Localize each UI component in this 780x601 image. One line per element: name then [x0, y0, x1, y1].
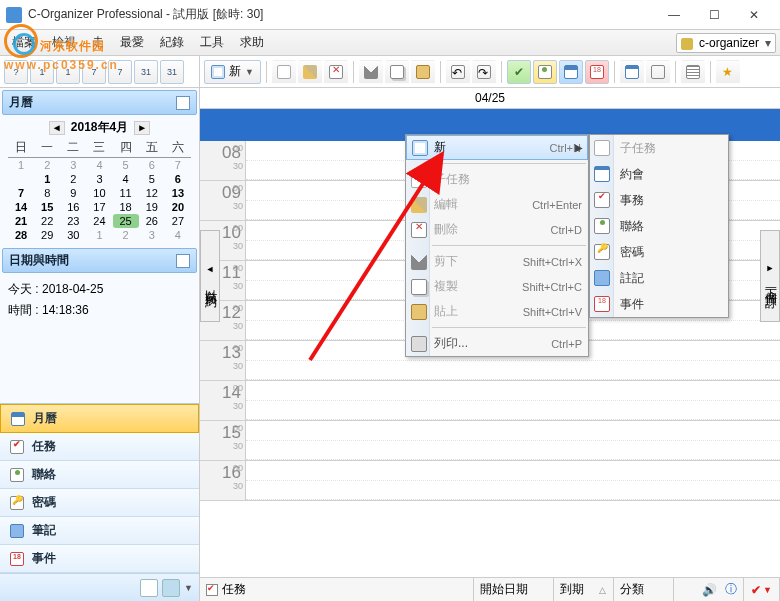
view-mode-1[interactable]: 1	[30, 60, 54, 84]
prev-month-button[interactable]: ◄	[49, 121, 65, 135]
view-mode-0[interactable]: ?	[4, 60, 28, 84]
ctx-item-3[interactable]: 編輯Ctrl+Enter	[406, 192, 588, 217]
cal-day[interactable]: 9	[60, 186, 86, 200]
view-event-button[interactable]	[585, 60, 609, 84]
database-selector[interactable]: c-organizer	[676, 33, 776, 53]
cal-day[interactable]: 1	[86, 228, 112, 242]
next-appointments-tab[interactable]: ► 下一個預訂	[760, 230, 780, 322]
cal-day[interactable]: 10	[86, 186, 112, 200]
undo-button[interactable]: ↶	[446, 60, 470, 84]
cal-day[interactable]: 14	[8, 200, 34, 214]
cal-day[interactable]: 1	[34, 172, 60, 186]
filter-b-button[interactable]	[646, 60, 670, 84]
menu-3[interactable]: 最愛	[112, 31, 152, 54]
cal-day[interactable]: 2	[60, 172, 86, 186]
cal-day[interactable]: 8	[34, 186, 60, 200]
submenu-item-0[interactable]: 子任務	[590, 135, 728, 161]
submenu-item-5[interactable]: 註記	[590, 265, 728, 291]
cal-day[interactable]: 1	[8, 158, 34, 173]
time-cell[interactable]	[246, 421, 780, 460]
ctx-item-8[interactable]: 貼上Shift+Ctrl+V	[406, 299, 588, 324]
view-check-button[interactable]: ✔	[507, 60, 531, 84]
cal-day[interactable]: 7	[165, 158, 191, 173]
cal-day[interactable]: 3	[86, 172, 112, 186]
pin-icon[interactable]	[176, 254, 190, 268]
complete-icon[interactable]: ✔	[751, 583, 761, 597]
ctx-item-0[interactable]: 新Ctrl+N▶	[406, 135, 588, 160]
time-cell[interactable]	[246, 461, 780, 500]
submenu-item-6[interactable]: 事件	[590, 291, 728, 317]
cal-day[interactable]: 18	[113, 200, 139, 214]
new-button[interactable]: 新 ▼	[204, 60, 261, 84]
view-cal-button[interactable]	[559, 60, 583, 84]
redo-button[interactable]: ↷	[472, 60, 496, 84]
cal-day[interactable]: 12	[139, 186, 165, 200]
menu-4[interactable]: 紀錄	[152, 31, 192, 54]
cal-day[interactable]: 26	[139, 214, 165, 228]
delete-button[interactable]	[324, 60, 348, 84]
submenu-item-2[interactable]: 事務	[590, 187, 728, 213]
menu-2[interactable]: 走	[84, 31, 112, 54]
cal-day[interactable]: 2	[34, 158, 60, 173]
cal-day[interactable]: 20	[165, 200, 191, 214]
cal-day[interactable]: 17	[86, 200, 112, 214]
cal-day[interactable]: 6	[165, 172, 191, 186]
cal-day[interactable]: 3	[60, 158, 86, 173]
prev-appointments-tab[interactable]: ◄ 以前預約	[200, 230, 220, 322]
ctx-item-7[interactable]: 複製Shift+Ctrl+C	[406, 274, 588, 299]
view-mode-5[interactable]: 31	[134, 60, 158, 84]
edit-button[interactable]	[298, 60, 322, 84]
submenu-item-3[interactable]: 聯絡	[590, 213, 728, 239]
task-col-due[interactable]: 到期 △	[554, 578, 614, 601]
ctx-item-6[interactable]: 剪下Shift+Ctrl+X	[406, 249, 588, 274]
close-button[interactable]: ✕	[734, 1, 774, 29]
star-button[interactable]: ★	[716, 60, 740, 84]
list-button[interactable]	[681, 60, 705, 84]
nav-item-3[interactable]: 密碼	[0, 489, 199, 517]
chevron-down-icon[interactable]: ▼	[184, 583, 193, 593]
cal-day[interactable]: 24	[86, 214, 112, 228]
cut-button[interactable]	[359, 60, 383, 84]
cal-day[interactable]: 21	[8, 214, 34, 228]
pin-icon[interactable]	[176, 96, 190, 110]
nav-item-1[interactable]: 任務	[0, 433, 199, 461]
time-cell[interactable]	[246, 381, 780, 420]
cal-day[interactable]: 5	[113, 158, 139, 173]
chevron-down-icon[interactable]: ▼	[763, 585, 772, 595]
cal-day[interactable]: 16	[60, 200, 86, 214]
mini-calendar[interactable]: 日一二三四五六123456712345678910111213141516171…	[0, 138, 199, 246]
filter-a-button[interactable]	[620, 60, 644, 84]
maximize-button[interactable]: ☐	[694, 1, 734, 29]
cal-day[interactable]: 19	[139, 200, 165, 214]
view-mode-3[interactable]: 7	[82, 60, 106, 84]
menu-5[interactable]: 工具	[192, 31, 232, 54]
cal-day[interactable]: 29	[34, 228, 60, 242]
submenu-item-4[interactable]: 密碼	[590, 239, 728, 265]
task-col-category[interactable]: 分類	[614, 578, 674, 601]
cal-day[interactable]: 30	[60, 228, 86, 242]
view-mode-4[interactable]: 7	[108, 60, 132, 84]
nav-foot-btn-b[interactable]	[162, 579, 180, 597]
next-month-button[interactable]: ►	[134, 121, 150, 135]
cal-day[interactable]: 7	[8, 186, 34, 200]
subtask-button[interactable]	[272, 60, 296, 84]
cal-day[interactable]: 4	[165, 228, 191, 242]
task-col-name[interactable]: 任務	[200, 578, 474, 601]
cal-day[interactable]: 2	[113, 228, 139, 242]
copy-button[interactable]	[385, 60, 409, 84]
task-col-start[interactable]: 開始日期	[474, 578, 554, 601]
minimize-button[interactable]: —	[654, 1, 694, 29]
cal-day[interactable]: 4	[86, 158, 112, 173]
nav-item-0[interactable]: 月曆	[0, 404, 199, 433]
ctx-item-10[interactable]: 列印...Ctrl+P	[406, 331, 588, 356]
cal-day[interactable]: 5	[139, 172, 165, 186]
info-icon[interactable]: ⓘ	[725, 581, 737, 598]
nav-item-4[interactable]: 筆記	[0, 517, 199, 545]
cal-day[interactable]: 23	[60, 214, 86, 228]
view-contact-button[interactable]	[533, 60, 557, 84]
cal-day[interactable]	[8, 172, 34, 186]
speaker-icon[interactable]: 🔊	[702, 583, 717, 597]
ctx-item-2[interactable]: 子任務	[406, 167, 588, 192]
menu-0[interactable]: 檔案	[4, 31, 44, 54]
month-label[interactable]: 2018年4月	[71, 119, 128, 136]
